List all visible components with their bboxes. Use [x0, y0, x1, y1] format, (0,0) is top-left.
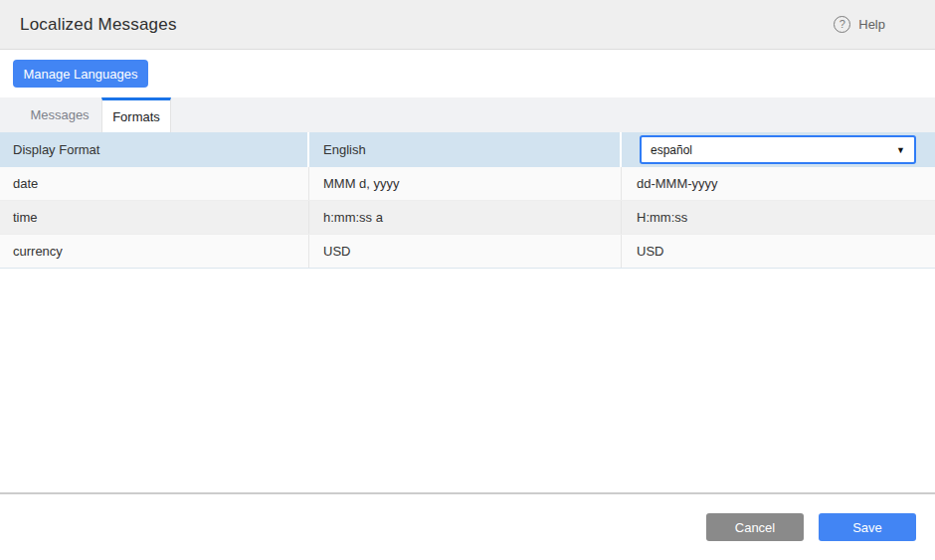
table-header-row: Display Format English español ▼: [0, 132, 935, 167]
localized-format-value[interactable]: USD: [622, 235, 935, 268]
localized-messages-page: Localized Messages ? Help Manage Languag…: [0, 0, 935, 560]
table-row-currency: currency USD USD: [0, 235, 935, 269]
column-header-language: español ▼: [622, 132, 935, 167]
localized-format-value[interactable]: H:mm:ss: [622, 201, 935, 234]
english-format-value: USD: [309, 235, 622, 268]
top-header-bar: Localized Messages ? Help: [0, 0, 935, 50]
chevron-down-icon: ▼: [896, 145, 905, 155]
page-title: Localized Messages: [20, 15, 177, 35]
localized-format-value[interactable]: dd-MMM-yyyy: [622, 167, 935, 200]
formats-table: Display Format English español ▼ date MM…: [0, 132, 935, 269]
table-row-time: time h:mm:ss a H:mm:ss: [0, 201, 935, 235]
english-format-value: MMM d, yyyy: [309, 167, 622, 200]
format-name: time: [0, 201, 309, 234]
tab-messages[interactable]: Messages: [25, 97, 94, 132]
english-format-value: h:mm:ss a: [309, 201, 622, 234]
table-row-date: date MMM d, yyyy dd-MMM-yyyy: [0, 167, 935, 201]
format-name: currency: [0, 235, 309, 268]
help-link[interactable]: ? Help: [834, 16, 885, 33]
column-header-english: English: [309, 132, 622, 167]
format-name: date: [0, 167, 309, 200]
help-label: Help: [858, 17, 885, 32]
language-dropdown[interactable]: español ▼: [640, 135, 916, 164]
save-button[interactable]: Save: [819, 513, 916, 541]
footer-actions: Cancel Save: [706, 513, 916, 541]
help-question-icon: ?: [834, 16, 850, 33]
manage-languages-button[interactable]: Manage Languages: [13, 60, 148, 88]
column-header-display-format: Display Format: [0, 132, 309, 167]
language-dropdown-value: español: [651, 143, 692, 157]
tab-strip: Messages Formats: [0, 97, 935, 132]
footer-divider: [0, 492, 935, 494]
tab-formats[interactable]: Formats: [101, 97, 171, 132]
cancel-button[interactable]: Cancel: [706, 513, 804, 541]
